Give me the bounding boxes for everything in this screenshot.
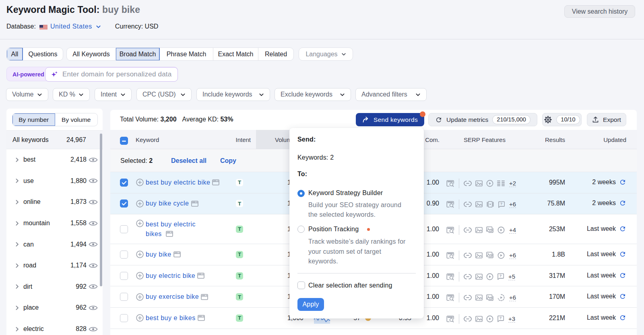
svg-text:?: ? xyxy=(500,274,502,278)
svg-text:?: ? xyxy=(500,316,502,320)
svg-text:?: ? xyxy=(500,202,503,206)
